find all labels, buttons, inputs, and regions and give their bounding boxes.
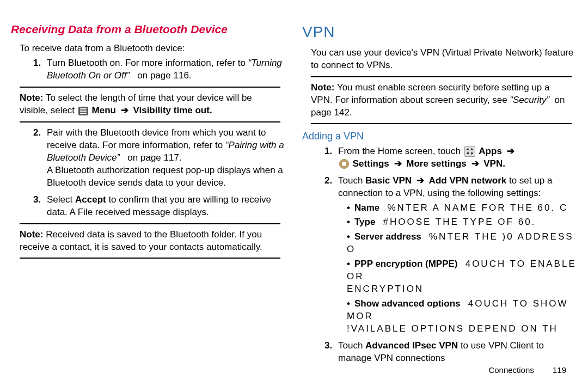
note-visibility: Note: To select the length of time that … [20,92,280,117]
arrow-icon: ➔ [471,158,479,169]
separator [20,223,280,224]
page-footer: Connections 119 [488,365,566,376]
arrow-icon: ➔ [416,175,424,186]
xref-security: “Security” [510,95,549,105]
footer-section: Connections [488,365,534,375]
separator [20,87,280,88]
vpn-step-2: Touch Basic VPN ➔ Add VPN network to set… [335,175,577,335]
bullet-type: Type #HOOSE THE TYPE OF 60. [344,216,577,229]
right-column: VPN You can use your device's VPN (Virtu… [302,22,577,381]
left-column: Receiving Data from a Bluetooth Device T… [11,22,286,381]
bullet-server: Server address %NTER THE )0 ADDRESS O [344,231,577,256]
arrow-icon: ➔ [121,105,128,115]
section-heading-bluetooth: Receiving Data from a Bluetooth Device [11,22,286,37]
vpn-step-1: From the Home screen, touch Apps ➔ Setti… [335,145,577,170]
separator [20,258,280,259]
settings-gear-icon [339,159,349,169]
step-1: Turn Bluetooth on. For more information,… [44,57,286,82]
bullet-name: Name %NTER A NAME FOR THE 60. C [344,202,577,215]
bullet-advanced: Show advanced options 4OUCH TO SHOW MOR!… [344,298,577,335]
arrow-icon: ➔ [507,146,514,156]
note-vpn-security: Note: You must enable screen security be… [311,82,572,119]
intro-text: To receive data from a Bluetooth device: [20,42,286,55]
bullet-ppp: PPP encryption (MPPE) 4OUCH TO ENABLE OR… [344,258,577,296]
apps-grid-icon [464,146,475,157]
arrow-icon: ➔ [394,158,402,169]
separator [311,76,572,77]
step-2: Pair with the Bluetooth device from whic… [44,127,286,189]
note-received-data: Note: Received data is saved to the Blue… [20,229,280,254]
subheading-adding-vpn: Adding a VPN [302,130,577,143]
vpn-intro: You can use your device's VPN (Virtual P… [311,47,577,72]
vpn-step-3: Touch Advanced IPsec VPN to use VPN Clie… [335,340,577,365]
step-3: Select Accept to confirm that you are wi… [44,194,286,219]
separator [20,121,280,122]
footer-page-number: 119 [553,365,566,375]
section-heading-vpn: VPN [302,22,577,42]
separator [311,123,572,124]
menu-icon [78,107,88,115]
